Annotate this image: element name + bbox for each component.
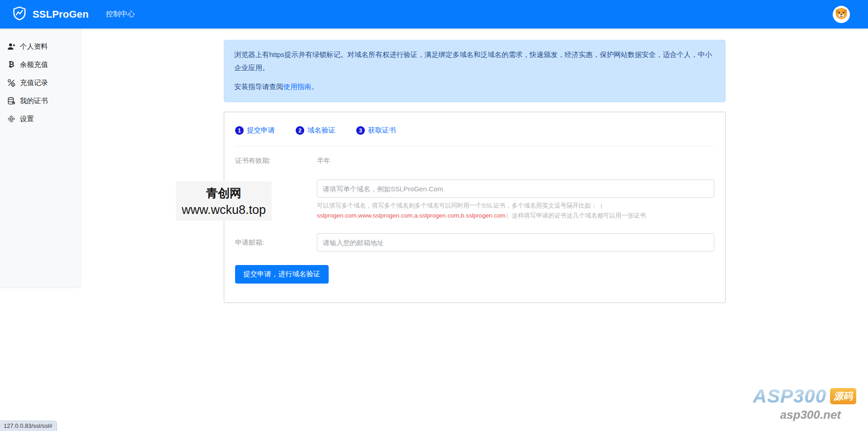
shield-pulse-logo-icon xyxy=(12,6,27,23)
asp300-watermark: ASP300 源码 asp300.net xyxy=(753,385,856,422)
validity-row: 证书有效期: 半年 xyxy=(235,156,714,165)
alert-guide-prefix: 安装指导请查阅 xyxy=(234,83,283,90)
domain-input[interactable] xyxy=(317,180,714,198)
svg-text:$: $ xyxy=(12,83,14,86)
steps-nav: 1 提交申请 2 域名验证 3 获取证书 xyxy=(235,126,714,135)
alert-text: 浏览器上有https提示并有绿锁标记。对域名所有权进行验证，满足绑定多域名和泛域… xyxy=(234,48,715,74)
watermark-site-url: www.wcku8.top xyxy=(182,203,266,217)
usage-guide-link[interactable]: 使用指南。 xyxy=(283,83,319,90)
validity-value: 半年 xyxy=(317,156,330,165)
dog-face-avatar-icon xyxy=(834,6,849,23)
main-content: 浏览器上有https提示并有绿锁标记。对域名所有权进行验证，满足绑定多域名和泛域… xyxy=(81,40,868,303)
avatar[interactable] xyxy=(833,6,850,23)
steps-divider xyxy=(235,146,714,147)
apply-certificate-card: 1 提交申请 2 域名验证 3 获取证书 证书有效期: 半年 xyxy=(224,112,726,303)
certificate-database-icon xyxy=(7,97,15,105)
email-label: 申请邮箱: xyxy=(235,238,317,247)
sidebar-item-label: 充值记录 xyxy=(20,78,48,88)
watermark-site-name: 青创网 xyxy=(206,185,241,201)
step-2-label: 域名验证 xyxy=(307,126,335,135)
sidebar-item-label: 个人资料 xyxy=(20,42,48,52)
browser-status-url: 127.0.0.83/ssl/ssl# xyxy=(0,421,57,431)
site-watermark: 青创网 www.wcku8.top xyxy=(176,181,272,221)
step-2-badge: 2 xyxy=(296,126,304,135)
step-submit-application[interactable]: 1 提交申请 xyxy=(235,126,275,135)
email-input[interactable] xyxy=(317,233,714,251)
info-alert: 浏览器上有https提示并有绿锁标记。对域名所有权进行验证，满足绑定多域名和泛域… xyxy=(224,40,726,102)
validity-label: 证书有效期: xyxy=(235,156,317,165)
domain-help-line1: 可以填写多个域名，填写多个域名则多个域名可以同时用一个SSL证书，多个域名用英文… xyxy=(317,202,603,209)
sidebar-item-recharge-records[interactable]: $ 充值记录 xyxy=(7,74,81,92)
domain-help-suffix: ）这样填写申请的证书这几个域名都可以用一张证书 xyxy=(505,212,646,219)
sidebar-item-label: 设置 xyxy=(20,114,34,124)
gear-icon xyxy=(7,115,15,123)
person-plus-icon xyxy=(7,43,15,51)
nav-item-control-center[interactable]: 控制中心 xyxy=(106,9,135,19)
bitcoin-icon: ₿ xyxy=(7,61,15,69)
domain-help-text: 可以填写多个域名，填写多个域名则多个域名可以同时用一个SSL证书，多个域名用英文… xyxy=(317,201,714,221)
asp300-site-url: asp300.net xyxy=(753,408,841,422)
step-domain-verification[interactable]: 2 域名验证 xyxy=(296,126,335,135)
step-3-label: 获取证书 xyxy=(368,126,396,135)
email-row: 申请邮箱: xyxy=(235,233,714,251)
brand-title: SSLProGen xyxy=(33,9,89,20)
alert-guide-line: 安装指导请查阅使用指南。 xyxy=(234,81,715,94)
step-1-label: 提交申请 xyxy=(247,126,275,135)
step-3-badge: 3 xyxy=(356,126,365,135)
domain-row: 可以填写多个域名，填写多个域名则多个域名可以同时用一个SSL证书，多个域名用英文… xyxy=(235,180,714,221)
navbar: SSLProGen 控制中心 xyxy=(0,0,868,28)
sidebar-item-recharge[interactable]: ₿ 余额充值 xyxy=(7,56,81,74)
submit-application-button[interactable]: 提交申请，进行域名验证 xyxy=(235,265,329,284)
sidebar-item-label: 我的证书 xyxy=(20,96,48,106)
coin-percent-icon: $ xyxy=(7,79,15,87)
sidebar-item-profile[interactable]: 个人资料 xyxy=(7,38,81,56)
sidebar-item-label: 余额充值 xyxy=(20,60,48,70)
sidebar-item-my-certificates[interactable]: 我的证书 xyxy=(7,92,81,110)
domain-help-example: sslprogen.com,www.sslprogen.com,a.sslpro… xyxy=(317,212,505,219)
asp300-logo: ASP300 xyxy=(753,385,826,407)
brand[interactable]: SSLProGen xyxy=(12,6,89,23)
sidebar-item-settings[interactable]: 设置 xyxy=(7,110,81,128)
sidebar: 个人资料 ₿ 余额充值 $ 充值记录 我的证书 xyxy=(0,28,81,288)
step-1-badge: 1 xyxy=(235,126,244,135)
step-get-certificate[interactable]: 3 获取证书 xyxy=(356,126,396,135)
asp300-source-badge: 源码 xyxy=(830,388,856,404)
